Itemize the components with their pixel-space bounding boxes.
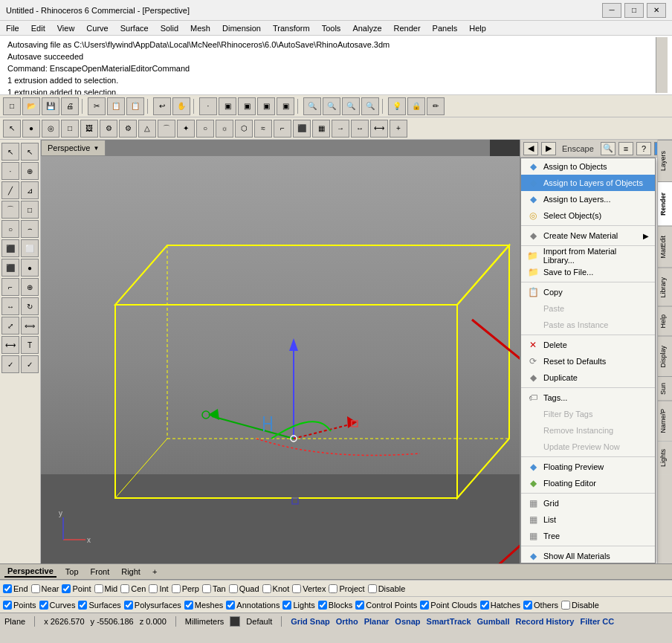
tb-save[interactable]: 💾: [42, 97, 59, 115]
cm-item-grid[interactable]: ▦Grid: [521, 495, 655, 511]
menu-panels[interactable]: Panels: [430, 23, 461, 33]
tb2-tri[interactable]: △: [138, 120, 156, 138]
menu-help[interactable]: Help: [466, 23, 489, 33]
sb-gridsnap[interactable]: Grid Snap: [291, 617, 330, 626]
tb2-sun[interactable]: ☼: [216, 120, 233, 138]
tab-help[interactable]: Help: [658, 306, 673, 336]
viewport-area[interactable]: Perspective ▼: [41, 140, 520, 563]
menu-surface[interactable]: Surface: [117, 23, 152, 33]
menu-transform[interactable]: Transform: [270, 23, 313, 33]
panel-back-button[interactable]: ◀: [523, 142, 538, 155]
lt-bool[interactable]: ⊕: [21, 278, 39, 296]
lt-solid[interactable]: ⬛: [1, 259, 19, 277]
tab-matedit[interactable]: MatEdit: [658, 226, 673, 268]
cm-item-create-material[interactable]: ◆Create New Material▶: [521, 227, 655, 244]
panel-search-button[interactable]: 🔍: [601, 142, 616, 155]
panel-help-button[interactable]: ?: [636, 142, 651, 155]
close-button[interactable]: ✕: [647, 3, 666, 18]
layer-curves[interactable]: Curves: [39, 601, 76, 610]
tb2-hex[interactable]: ⬡: [235, 120, 253, 138]
lt-point2[interactable]: ⊕: [21, 162, 39, 180]
lt-point[interactable]: ·: [1, 162, 19, 180]
layer-blocks[interactable]: Blocks: [318, 601, 352, 610]
vp-tab-top[interactable]: Top: [62, 566, 82, 577]
menu-dimension[interactable]: Dimension: [219, 23, 264, 33]
lt-polyline[interactable]: ⊿: [21, 181, 39, 199]
tb-pan[interactable]: ✋: [172, 97, 190, 115]
lt-line[interactable]: ╱: [1, 181, 19, 199]
lt-circ[interactable]: ○: [1, 220, 19, 238]
lt-rect[interactable]: □: [21, 201, 39, 219]
cm-item-floating-editor[interactable]: ◆Floating Editor: [521, 475, 655, 491]
cm-item-select-objects[interactable]: ◎Select Object(s): [521, 207, 655, 224]
viewport-content[interactable]: x y: [41, 156, 520, 563]
snap-disable[interactable]: Disable: [368, 584, 406, 593]
layer-surfaces[interactable]: Surfaces: [78, 601, 120, 610]
cm-item-delete[interactable]: ✕Delete: [521, 337, 655, 353]
tb2-move[interactable]: ↔: [351, 120, 369, 138]
tb2-wave[interactable]: ≈: [254, 120, 272, 138]
cm-item-tree[interactable]: ▦Tree: [521, 528, 655, 544]
snap-point[interactable]: Point: [62, 584, 91, 593]
layer-controlpoints[interactable]: Control Points: [355, 601, 417, 610]
lt-scale[interactable]: ⤢: [1, 317, 19, 335]
tab-render[interactable]: Render: [658, 181, 673, 226]
tab-sun[interactable]: Sun: [658, 376, 673, 401]
lt-check[interactable]: ✓: [21, 355, 39, 373]
tb2-dim[interactable]: ⟷: [370, 120, 388, 138]
tb2-corner[interactable]: ⌐: [274, 120, 291, 138]
snap-perp[interactable]: Perp: [172, 584, 199, 593]
panel-fwd-button[interactable]: ▶: [541, 142, 556, 155]
menu-solid[interactable]: Solid: [158, 23, 181, 33]
menu-curve[interactable]: Curve: [83, 23, 111, 33]
tb-sel1[interactable]: ▣: [219, 97, 236, 115]
layer-points[interactable]: Points: [3, 601, 36, 610]
viewport-tab[interactable]: Perspective ▼: [41, 140, 106, 156]
sb-planar[interactable]: Planar: [364, 617, 390, 626]
layer-pointclouds[interactable]: Point Clouds: [420, 601, 476, 610]
sb-ortho[interactable]: Ortho: [336, 617, 358, 626]
snap-end[interactable]: End: [3, 584, 28, 593]
vp-tab-perspective[interactable]: Perspective: [4, 566, 56, 578]
tb2-circ[interactable]: ○: [196, 120, 214, 138]
cm-item-assign-objects[interactable]: ◆Assign to Objects: [521, 158, 655, 175]
tb2-img[interactable]: 🖼: [80, 120, 98, 138]
tb2-pt[interactable]: ●: [22, 120, 40, 138]
tb2-snap[interactable]: ◎: [42, 120, 59, 138]
cm-item-list[interactable]: ▦List: [521, 511, 655, 528]
tb2-curve[interactable]: ⌒: [158, 120, 175, 138]
layer-disable[interactable]: Disable: [561, 601, 599, 610]
menu-analyze[interactable]: Analyze: [349, 23, 384, 33]
tb-sel4[interactable]: ▣: [277, 97, 294, 115]
tab-name[interactable]: Name/P: [658, 401, 673, 441]
lt-curve[interactable]: ⌒: [1, 201, 19, 219]
menu-render[interactable]: Render: [391, 23, 424, 33]
tb-undo[interactable]: ↩: [153, 97, 171, 115]
sb-gumball[interactable]: Gumball: [477, 617, 510, 626]
lt-sphere[interactable]: ●: [21, 259, 39, 277]
sb-osnap[interactable]: Osnap: [395, 617, 420, 626]
tb-new[interactable]: □: [3, 97, 21, 115]
lt-select2[interactable]: ↖: [21, 143, 39, 161]
cm-item-copy[interactable]: 📋Copy: [521, 284, 655, 300]
cmd-scrollbar[interactable]: [656, 37, 668, 93]
layer-hatches[interactable]: Hatches: [480, 601, 520, 610]
maximize-button[interactable]: □: [624, 3, 644, 18]
tb2-star[interactable]: ✦: [177, 120, 195, 138]
tb-zoom2[interactable]: 🔍: [323, 97, 340, 115]
lt-mirror[interactable]: ⟺: [21, 317, 39, 335]
minimize-button[interactable]: ─: [602, 3, 621, 18]
layer-lights[interactable]: Lights: [282, 601, 314, 610]
viewport-tab-arrow[interactable]: ▼: [93, 145, 99, 152]
tb-zoom4[interactable]: 🔍: [361, 97, 379, 115]
snap-project[interactable]: Project: [329, 584, 364, 593]
lt-extrude[interactable]: ⬜: [21, 239, 39, 257]
tab-layers[interactable]: Layers: [658, 140, 673, 181]
tb2-sel[interactable]: ↖: [3, 120, 21, 138]
menu-mesh[interactable]: Mesh: [187, 23, 213, 33]
cm-item-tags[interactable]: 🏷Tags...: [521, 390, 655, 406]
lt-select[interactable]: ↖: [1, 143, 19, 161]
tb-light[interactable]: 💡: [388, 97, 406, 115]
tb-sel2[interactable]: ▣: [238, 97, 256, 115]
cm-item-reset-defaults[interactable]: ⟳Reset to Defaults: [521, 353, 655, 369]
